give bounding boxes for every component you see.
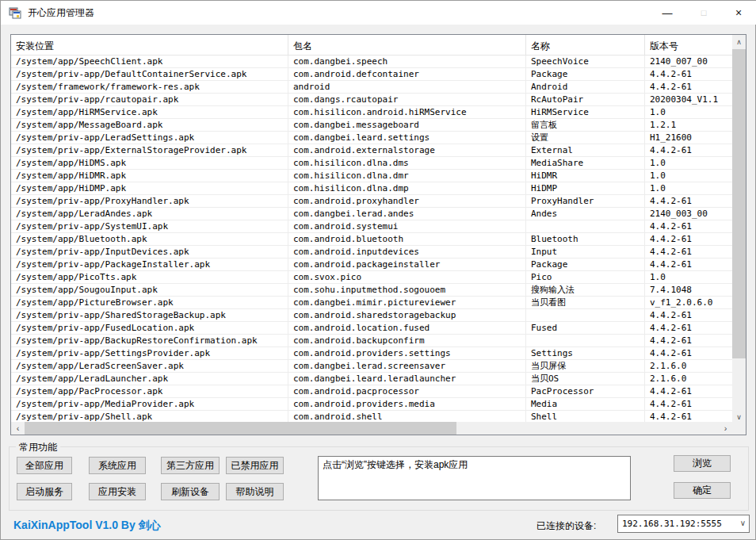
- table-cell: /system/app/MessageBoard.apk: [11, 119, 288, 132]
- table-cell: SpeechVoice: [526, 56, 645, 68]
- help-button[interactable]: 帮助说明: [226, 483, 284, 500]
- table-cell: Package: [526, 259, 645, 271]
- table-row[interactable]: /system/priv-app/ExternalStorageProvider…: [11, 144, 732, 157]
- column-header-install-path[interactable]: 安装位置: [11, 35, 288, 55]
- table-cell: /system/priv-app/Shell.apk: [11, 411, 288, 422]
- table-row[interactable]: /system/priv-app/PackageInstaller.apkcom…: [11, 259, 732, 271]
- table-row[interactable]: /system/priv-app/MediaProvider.apkcom.an…: [11, 398, 732, 411]
- groupbox-title: 常用功能: [16, 441, 60, 454]
- table-cell: 1.0: [645, 157, 732, 170]
- table-cell: /system/priv-app/BackupRestoreConfirmati…: [11, 335, 288, 347]
- horizontal-scrollbar[interactable]: ‹ ›: [11, 422, 732, 435]
- vertical-scroll-thumb[interactable]: [732, 49, 746, 358]
- table-row[interactable]: /system/priv-app/SettingsProvider.apkcom…: [11, 347, 732, 360]
- table-cell: 4.4.2-61: [645, 385, 732, 398]
- table-row[interactable]: /system/priv-app/InputDevices.apkcom.and…: [11, 246, 732, 259]
- table-cell: com.dangbei.leard.settings: [288, 132, 526, 144]
- table-cell: /system/app/HiDMP.apk: [11, 182, 288, 195]
- table-row[interactable]: /system/priv-app/FusedLocation.apkcom.an…: [11, 322, 732, 335]
- table-row[interactable]: /system/priv-app/LeradSettings.apkcom.da…: [11, 132, 732, 144]
- scrollbar-corner: [732, 422, 746, 435]
- table-cell: /system/priv-app/ProxyHandler.apk: [11, 195, 288, 208]
- table-row[interactable]: /system/app/PictureBrowser.apkcom.dangbe…: [11, 297, 732, 309]
- table-row[interactable]: /system/app/LeradScreenSaver.apkcom.dang…: [11, 360, 732, 373]
- table-row[interactable]: /system/app/HiDMS.apkcom.hisilicon.dlna.…: [11, 157, 732, 170]
- table-cell: Package: [526, 68, 645, 81]
- table-row[interactable]: /system/priv-app/SharedStorageBackup.apk…: [11, 309, 732, 322]
- device-combobox[interactable]: 192.168.31.192:5555 ∨: [617, 515, 750, 533]
- disabled-apps-button[interactable]: 已禁用应用: [226, 457, 284, 474]
- table-cell: com.hisilicon.dlna.dmp: [288, 182, 526, 195]
- table-cell: HiRMService: [526, 106, 645, 119]
- column-header-version[interactable]: 版本号: [645, 35, 732, 55]
- table-cell: /system/app/HiRMService.apk: [11, 106, 288, 119]
- table-row[interactable]: /system/app/LeradAndes.apkcom.dangbei.le…: [11, 208, 732, 220]
- table-cell: 2.1.6.0: [645, 373, 732, 385]
- maximize-button[interactable]: □: [685, 1, 722, 25]
- table-row[interactable]: /system/app/MessageBoard.apkcom.dangbei.…: [11, 119, 732, 132]
- close-button[interactable]: ×: [720, 1, 756, 25]
- table-cell: 留言板: [526, 119, 645, 132]
- install-app-button[interactable]: 应用安装: [89, 483, 146, 500]
- third-party-apps-button[interactable]: 第三方应用: [161, 457, 220, 474]
- scroll-right-icon[interactable]: ›: [719, 422, 732, 435]
- table-cell: 1.0: [645, 170, 732, 182]
- table-cell: 当贝屏保: [526, 360, 645, 373]
- table-cell: 1.0: [645, 271, 732, 284]
- table-cell: com.android.inputdevices: [288, 246, 526, 259]
- system-apps-button[interactable]: 系统应用: [89, 457, 146, 474]
- app-icon: [9, 6, 21, 19]
- table-cell: /system/app/PicoTts.apk: [11, 271, 288, 284]
- table-cell: /system/app/PacProcessor.apk: [11, 385, 288, 398]
- table-cell: com.android.pacprocessor: [288, 385, 526, 398]
- apk-path-box[interactable]: 点击“浏览”按键选择，安装apk应用: [318, 456, 631, 500]
- browse-button[interactable]: 浏览: [674, 455, 731, 472]
- vertical-scrollbar[interactable]: ∧ ∨: [732, 35, 746, 423]
- table-cell: /system/app/LeradAndes.apk: [11, 208, 288, 220]
- column-header-package[interactable]: 包名: [288, 35, 526, 55]
- table-cell: 20200304_V1.1: [645, 94, 732, 106]
- table-row[interactable]: /system/framework/framework-res.apkandro…: [11, 81, 732, 94]
- ok-button[interactable]: 确定: [674, 482, 731, 499]
- all-apps-button[interactable]: 全部应用: [17, 457, 72, 474]
- table-row[interactable]: /system/app/PicoTts.apkcom.svox.picoPico…: [11, 271, 732, 284]
- table-row[interactable]: /system/app/SpeechClient.apkcom.dangbei.…: [11, 56, 732, 68]
- table-cell: External: [526, 144, 645, 157]
- horizontal-scroll-thumb[interactable]: [25, 422, 456, 435]
- device-combobox-value: 192.168.31.192:5555: [622, 519, 722, 529]
- table-row[interactable]: /system/app/Bluetooth.apkcom.android.blu…: [11, 233, 732, 246]
- table-row[interactable]: /system/priv-app/ProxyHandler.apkcom.and…: [11, 195, 732, 208]
- brand-text: KaiXinAppTool V1.0 By 剑心: [13, 519, 161, 533]
- table-row[interactable]: /system/priv-app/Shell.apkcom.android.sh…: [11, 411, 732, 422]
- table-cell: /system/app/Bluetooth.apk: [11, 233, 288, 246]
- table-cell: 4.4.2-61: [645, 259, 732, 271]
- connected-device-label: 已连接的设备:: [536, 519, 596, 533]
- table-row[interactable]: /system/app/HiRMService.apkcom.hisilicon…: [11, 106, 732, 119]
- table-row[interactable]: /system/app/HiDMR.apkcom.hisilicon.dlna.…: [11, 170, 732, 182]
- table-row[interactable]: /system/app/PacProcessor.apkcom.android.…: [11, 385, 732, 398]
- table-row[interactable]: /system/priv-app/BackupRestoreConfirmati…: [11, 335, 732, 347]
- table-row[interactable]: /system/app/SougouInput.apkcom.sohu.inpu…: [11, 284, 732, 297]
- table-row[interactable]: /system/priv-app/SystemUI.apkcom.android…: [11, 220, 732, 233]
- start-service-button[interactable]: 启动服务: [17, 483, 72, 500]
- table-cell: 当贝OS: [526, 373, 645, 385]
- column-header-name[interactable]: 名称: [526, 35, 645, 55]
- refresh-device-button[interactable]: 刷新设备: [161, 483, 220, 500]
- minimize-button[interactable]: —: [649, 1, 685, 25]
- table-cell: 4.4.2-61: [645, 144, 732, 157]
- table-row[interactable]: /system/priv-app/DefaultContainerService…: [11, 68, 732, 81]
- window-title: 开心应用管理器: [28, 6, 94, 20]
- table-cell: /system/priv-app/PackageInstaller.apk: [11, 259, 288, 271]
- table-cell: v_f1_2.0.6.0: [645, 297, 732, 309]
- table-cell: 2140_007_00: [645, 56, 732, 68]
- table-row[interactable]: /system/app/HiDMP.apkcom.hisilicon.dlna.…: [11, 182, 732, 195]
- table-row[interactable]: /system/app/LeradLauncher.apkcom.dangbei…: [11, 373, 732, 385]
- scroll-up-icon[interactable]: ∧: [732, 35, 746, 48]
- table-cell: com.android.shell: [288, 411, 526, 422]
- scroll-left-icon[interactable]: ‹: [11, 422, 25, 435]
- table-cell: /system/priv-app/ExternalStorageProvider…: [11, 144, 288, 157]
- table-cell: com.dangbei.lerad.screensaver: [288, 360, 526, 373]
- table-body: /system/app/SpeechClient.apkcom.dangbei.…: [11, 56, 732, 422]
- table-row[interactable]: /system/priv-app/rcautopair.apkcom.dangs…: [11, 94, 732, 106]
- table-cell: 当贝看图: [526, 297, 645, 309]
